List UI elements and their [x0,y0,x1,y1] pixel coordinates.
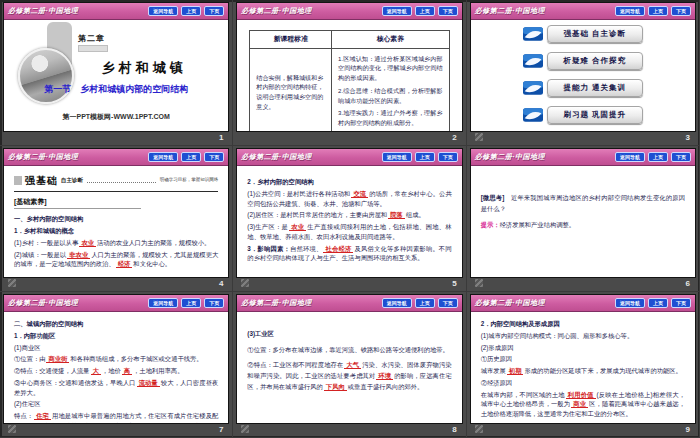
nav-back-button[interactable]: 返回导航 [615,298,645,308]
blank-answer: 利用价值 [566,391,596,399]
nav-next-button[interactable]: 下页 [438,152,458,162]
slide-sorter-grid: 必修第二册·中国地理 返回导航 上页 下页 第二章 乡村和城镇 第一节 乡村和城… [0,0,700,438]
table-header-competency: 核心素养 [332,31,450,49]
blank-answer: 住宅 [34,412,51,420]
slide-header: 必修第二册·中国地理 返回导航 上页 下页 [237,149,461,166]
text-segment: 近年来我国城市周边地区的乡村内部空间结构发生变化的原因是什么？ [481,194,685,212]
page-number: 5 [452,279,456,288]
text-segment: 形成的功能分区延续下来，发展成为现代城市的功能区。 [524,367,681,374]
text-segment: ，地价 [102,367,121,374]
chapter-badge [78,45,108,52]
nav-prev-button[interactable]: 上页 [648,6,668,16]
text-line: ①位置：多分布在城市边缘，靠近河流、铁路和公路等交通便利的地带。 [247,344,451,355]
slide-thumbnail-8[interactable]: 必修第二册·中国地理 返回导航 上页 下页 (3)工业区①位置：多分布在城市边缘… [236,294,462,424]
text-line: 3．影响因素：自然环境、社会经济及风俗文化等多种因素影响。不同的乡村空间结构体现… [247,244,451,264]
text-segment: 1．乡村和城镇的概念 [14,227,74,234]
nav-next-button[interactable]: 下页 [204,152,224,162]
blank-answer: 院落 [388,211,405,219]
blank-answer: 下风向 [324,383,347,391]
nav-back-button[interactable]: 返回导航 [382,6,412,16]
menu-button[interactable]: 强基础 自主诊断 [547,25,643,43]
nav-back-button[interactable]: 返回导航 [148,298,178,308]
slide-thumbnail-3[interactable]: 必修第二册·中国地理 返回导航 上页 下页 强基础 自主诊断 析疑难 合作探究 … [470,2,696,132]
slide-header: 必修第二册·中国地理 返回导航 上页 下页 [471,3,695,20]
page-number: 1 [219,133,223,142]
nav-next-button[interactable]: 下页 [671,298,691,308]
book-title: 必修第二册·中国地理 [241,298,378,308]
nav-next-button[interactable]: 下页 [671,6,691,16]
menu-button[interactable]: 刷习题 巩固提升 [547,106,643,124]
text-line: 2．内部空间结构及形成原因 [481,319,685,329]
text-segment: 城市发展 [481,367,506,374]
text-line: [微思考] 近年来我国城市周边地区的乡村内部空间结构发生变化的原因是什么？ [481,192,685,214]
slide2-content: 新课程标准 核心素养 结合实例，解释城镇和乡村内部的空间结构特征，说明合理利用城… [237,20,461,132]
text-line: (2)形成原因 [481,343,685,353]
text-segment: 二、城镇内部的空间结构 [14,320,83,327]
standards-table: 新课程标准 核心素养 结合实例，解释城镇和乡村内部的空间结构特征，说明合理利用城… [249,30,449,132]
nav-next-button[interactable]: 下页 [438,298,458,308]
text-line: 城市发展初期形成的功能分区延续下来，发展成为现代城市的功能区。 [481,366,685,376]
text-segment: 1．内部功能区 [14,332,55,339]
blank-answer: 流动量 [137,379,160,387]
page-number: 8 [452,425,456,434]
nav-back-button[interactable]: 返回导航 [148,6,178,16]
section-header: 强基础 自主诊断 明确学习目标，掌握知识网络 [14,173,218,192]
slide-thumbnail-5[interactable]: 必修第二册·中国地理 返回导航 上页 下页 2．乡村内部的空间结构(1)公共空间… [236,148,462,278]
text-line: ②特点：交通便捷，人流量大，地价高，土地利用率高。 [14,366,218,376]
competency-item: 2.综合思维：结合模式图，分析理解影响城市功能分区的因素。 [338,86,443,106]
nav-prev-button[interactable]: 上页 [181,6,201,16]
slide-thumbnail-6[interactable]: 必修第二册·中国地理 返回导航 上页 下页 [微思考] 近年来我国城市周边地区的… [470,148,696,278]
nav-next-button[interactable]: 下页 [204,298,224,308]
nav-prev-button[interactable]: 上页 [181,152,201,162]
nav-next-button[interactable]: 下页 [438,6,458,16]
text-segment: ①位置：由 [14,355,45,362]
nav-prev-button[interactable]: 上页 [181,298,201,308]
text-line: (1)城市内部空间结构模式：同心圆、扇形和多核心等。 [481,331,685,341]
text-segment: ，土地利用率高。 [133,367,183,374]
nav-prev-button[interactable]: 上页 [415,6,435,16]
blank-answer: 交流 [351,190,368,198]
slide-thumbnail-1[interactable]: 必修第二册·中国地理 返回导航 上页 下页 第二章 乡村和城镇 第一节 乡村和城… [3,2,229,132]
book-title: 必修第二册·中国地理 [241,6,378,16]
text-segment: ②特点：工业区都不同程度地存在 [247,361,343,368]
menu-button[interactable]: 提能力 通关集训 [547,79,643,97]
text-segment: 组成。 [406,211,425,218]
text-segment: 在城市内部，不同区域的土地 [481,391,565,398]
page-number: 3 [686,133,690,142]
slide-thumbnail-4[interactable]: 必修第二册·中国地理 返回导航 上页 下页 强基础 自主诊断 明确学习目标，掌握… [3,148,229,278]
nav-back-button[interactable]: 返回导航 [382,298,412,308]
text-segment: 2．内部空间结构及形成原因 [481,320,560,327]
nav-prev-button[interactable]: 上页 [415,152,435,162]
nav-next-button[interactable]: 下页 [204,6,224,16]
nav-back-button[interactable]: 返回导航 [382,152,412,162]
blank-answer: 分化 [191,422,208,424]
slide-thumbnail-9[interactable]: 必修第二册·中国地理 返回导航 上页 下页 2．内部空间结构及形成原因(1)城市… [470,294,696,424]
slide-thumbnail-7[interactable]: 必修第二册·中国地理 返回导航 上页 下页 二、城镇内部的空间结构1．内部功能区… [3,294,229,424]
nav-back-button[interactable]: 返回导航 [615,152,645,162]
nav-prev-button[interactable]: 上页 [648,298,668,308]
page-number: 2 [452,133,456,142]
nav-back-button[interactable]: 返回导航 [148,152,178,162]
blank-answer: 非农业 [67,251,90,259]
table-header-standard: 新课程标准 [250,31,332,49]
nav-next-button[interactable]: 下页 [671,152,691,162]
slide-header: 必修第二册·中国地理 返回导航 上页 下页 [237,3,461,20]
text-line: 一、乡村内部的空间结构 [14,214,218,224]
nav-prev-button[interactable]: 上页 [415,298,435,308]
nav-prev-button[interactable]: 上页 [648,152,668,162]
slide-header: 必修第二册·中国地理 返回导航 上页 下页 [4,149,228,166]
text-line: ②经济原因 [481,378,685,388]
menu-button[interactable]: 析疑难 合作探究 [547,52,643,70]
text-line: 提示：经济发展和产业结构调整。 [481,219,685,230]
nav-back-button[interactable]: 返回导航 [615,6,645,16]
blank-answer: 商业街 [46,355,69,363]
grid-cell-1: 必修第二册·中国地理 返回导航 上页 下页 第二章 乡村和城镇 第一节 乡村和城… [0,0,233,146]
watermark-mark [475,279,483,287]
slide-thumbnail-2[interactable]: 必修第二册·中国地理 返回导航 上页 下页 新课程标准 核心素养 结合实例，解释… [236,2,462,132]
blank-answer: 农业 [289,223,306,231]
text-segment: [微思考] [481,194,511,201]
credit-link[interactable]: 第一PPT模板网-WWW.1PPT.COM [4,112,228,123]
book-title: 必修第二册·中国地理 [8,152,145,162]
book-title: 必修第二册·中国地理 [241,152,378,162]
slide9-content: 2．内部空间结构及形成原因(1)城市内部空间结构模式：同心圆、扇形和多核心等。(… [471,312,695,423]
